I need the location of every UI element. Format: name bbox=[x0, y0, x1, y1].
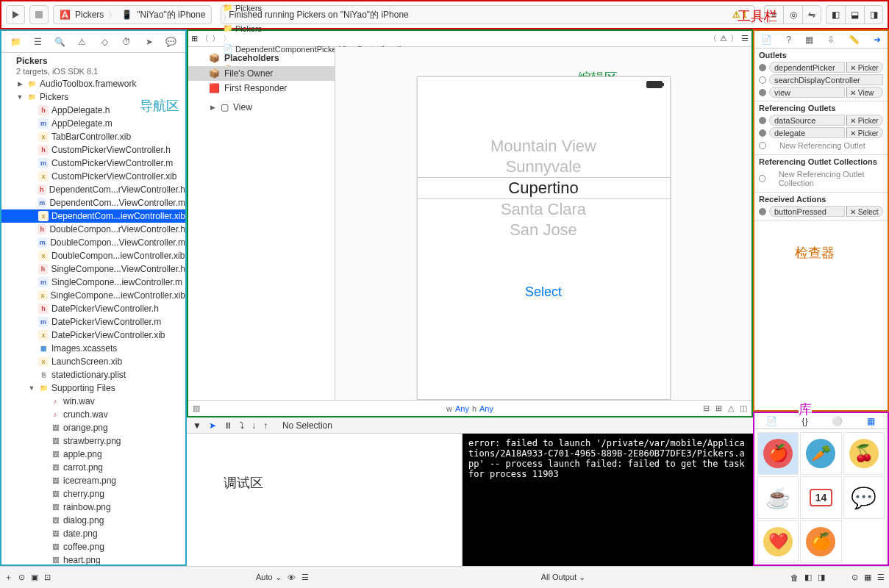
assistant-editor-button[interactable]: ◎ bbox=[783, 5, 802, 24]
test-nav-icon[interactable]: ◇ bbox=[96, 37, 113, 47]
picker-row[interactable]: Sunnyvale bbox=[418, 157, 670, 177]
connection-target[interactable]: ✕ Picker V bbox=[846, 115, 883, 126]
picker-row[interactable]: Santa Clara bbox=[418, 199, 670, 220]
tree-item[interactable]: xDependentCom...iewController.xib bbox=[1, 209, 185, 223]
connection-dot-icon[interactable] bbox=[759, 142, 766, 149]
connection-target[interactable]: ✕ Select Touch U bbox=[846, 206, 883, 217]
resolve-icon[interactable]: △ bbox=[728, 404, 734, 413]
tree-item[interactable]: hSingleCompone...ViewController.h bbox=[1, 262, 185, 276]
toggle-util-button[interactable]: ◨ bbox=[864, 5, 883, 24]
connection-target[interactable]: ✕ View bbox=[846, 87, 883, 98]
new-outlet-row[interactable]: New Referencing Outlet bbox=[759, 139, 883, 152]
lib-list-icon[interactable]: ☰ bbox=[877, 573, 885, 582]
size-insp-icon[interactable]: 📏 bbox=[849, 35, 860, 45]
forward-button[interactable]: 〉 bbox=[212, 33, 220, 44]
picker-row[interactable]: Mountain View bbox=[418, 136, 670, 157]
first-responder-item[interactable]: 🟥First Responder bbox=[188, 81, 335, 96]
outline-toggle-icon[interactable]: ☰ bbox=[741, 34, 749, 43]
disclosure-icon[interactable]: ▼ bbox=[28, 384, 35, 392]
connection-target[interactable]: ✕ Picker V bbox=[846, 62, 883, 73]
continue-icon[interactable]: ⏸ bbox=[224, 420, 232, 431]
object-lib-icon[interactable]: ⚪ bbox=[832, 416, 843, 426]
file-template-icon[interactable]: 📄 bbox=[766, 416, 777, 426]
tree-item[interactable]: 🖼coffee.png bbox=[1, 540, 185, 553]
tree-item[interactable]: 🖼heart.png bbox=[1, 553, 185, 564]
report-nav-icon[interactable]: 💬 bbox=[163, 37, 179, 47]
cherry-asset[interactable]: 🍒 bbox=[843, 432, 885, 475]
outlet-row[interactable]: dependentPicker✕ Picker V bbox=[759, 61, 883, 74]
tree-item[interactable]: mAppDelegate.m bbox=[1, 117, 185, 130]
connection-dot-icon[interactable] bbox=[759, 76, 766, 84]
breakpoint-nav-icon[interactable]: ➤ bbox=[141, 37, 157, 47]
resizing-icon[interactable]: ◫ bbox=[740, 404, 747, 413]
media-lib-icon[interactable]: ▦ bbox=[867, 416, 875, 426]
help-insp-icon[interactable]: ? bbox=[786, 35, 791, 45]
tree-item[interactable]: xSingleCompone...iewController.xib bbox=[1, 289, 185, 302]
tree-item[interactable]: 🖼icecream.png bbox=[1, 474, 185, 487]
device-preview[interactable]: Mountain ViewSunnyvaleCupertinoSanta Cla… bbox=[417, 76, 671, 400]
connection-dot-icon[interactable] bbox=[759, 208, 766, 215]
auto-menu[interactable]: Auto ⌄ bbox=[256, 573, 282, 582]
carrot-asset[interactable]: 🥕 bbox=[800, 432, 841, 475]
tree-item[interactable]: hDatePickerViewController.h bbox=[1, 302, 185, 315]
tree-item[interactable]: 🖼date.png bbox=[1, 527, 185, 540]
outlet-row[interactable]: buttonPressed✕ Select Touch U bbox=[759, 205, 883, 218]
new-outlet-row[interactable]: New Referencing Outlet Collection bbox=[759, 168, 883, 190]
align-icon[interactable]: ⊟ bbox=[703, 404, 710, 413]
run-button[interactable] bbox=[6, 5, 25, 24]
tree-item[interactable]: 🖼strawberry.png bbox=[1, 434, 185, 448]
picker-row[interactable]: San Jose bbox=[418, 220, 670, 240]
recent-icon[interactable]: ▣ bbox=[31, 573, 38, 582]
tree-item[interactable]: ⎘statedictionary.plist bbox=[1, 368, 185, 381]
connection-dot-icon[interactable] bbox=[759, 117, 766, 124]
right-pane-icon[interactable]: ◨ bbox=[818, 573, 825, 582]
tree-item[interactable]: xDatePickerViewController.xib bbox=[1, 329, 185, 342]
outlet-row[interactable]: delegate✕ Picker V bbox=[759, 126, 883, 139]
tree-item[interactable]: xDoubleCompon...iewController.xib bbox=[1, 249, 185, 262]
hide-debug-icon[interactable]: ▼ bbox=[193, 420, 201, 431]
output-menu[interactable]: All Output ⌄ bbox=[541, 573, 585, 582]
left-pane-icon[interactable]: ◧ bbox=[804, 573, 812, 582]
filter-icon[interactable]: ⊙ bbox=[18, 573, 25, 582]
view-item[interactable]: ▶▢View bbox=[188, 100, 335, 115]
tree-item[interactable]: ▼📁Supporting Files bbox=[1, 381, 185, 395]
step-into-icon[interactable]: ↓ bbox=[251, 420, 256, 431]
conn-insp-icon[interactable]: ➜ bbox=[874, 35, 881, 45]
dialog-asset[interactable]: 💬 bbox=[843, 476, 885, 519]
outlet-row[interactable]: searchDisplayController bbox=[759, 74, 883, 86]
files-owner-item[interactable]: 📦File's Owner bbox=[188, 66, 335, 81]
jump-segment[interactable]: 📁Pickers bbox=[223, 24, 404, 33]
connection-dot-icon[interactable] bbox=[759, 175, 765, 182]
tree-item[interactable]: 🖼rainbow.png bbox=[1, 501, 185, 514]
size-class-bar[interactable]: ▥ wAny hAny ⊟ ⊞ △ ◫ bbox=[188, 400, 751, 416]
lib-filter-icon[interactable]: ⊙ bbox=[851, 573, 858, 582]
outlet-row[interactable]: view✕ View bbox=[759, 86, 883, 98]
version-editor-button[interactable]: ⇋ bbox=[802, 5, 821, 24]
tree-item[interactable]: ♪win.wav bbox=[1, 395, 185, 408]
tree-item[interactable]: mDependentCom...ViewController.m bbox=[1, 196, 185, 209]
list-icon[interactable]: ☰ bbox=[301, 573, 309, 582]
add-icon[interactable]: ＋ bbox=[4, 572, 13, 583]
doc-outline-toggle-icon[interactable]: ▥ bbox=[193, 404, 200, 413]
date-asset[interactable]: 14 bbox=[800, 476, 841, 519]
symbol-nav-icon[interactable]: ☰ bbox=[29, 37, 46, 47]
tree-item[interactable]: xTabBarController.xib bbox=[1, 130, 185, 143]
tree-item[interactable]: ▶📁AudioToolbox.framework bbox=[1, 77, 185, 90]
eye-icon[interactable]: 👁 bbox=[288, 573, 296, 582]
jump-segment[interactable]: 📁Pickers bbox=[223, 3, 404, 12]
tree-item[interactable]: ▦Images.xcassets bbox=[1, 342, 185, 355]
tree-item[interactable]: 🖼apple.png bbox=[1, 448, 185, 461]
connection-dot-icon[interactable] bbox=[759, 64, 766, 71]
stop-button[interactable] bbox=[29, 5, 49, 24]
tree-item[interactable]: 🖼orange.png bbox=[1, 421, 185, 434]
step-over-icon[interactable]: ⤵ bbox=[240, 420, 244, 431]
find-nav-icon[interactable]: 🔍 bbox=[52, 37, 68, 47]
tree-item[interactable]: hCustomPickerViewController.h bbox=[1, 143, 185, 157]
attr-insp-icon[interactable]: ⇩ bbox=[827, 35, 835, 45]
apple-asset[interactable]: 🍎 bbox=[757, 432, 799, 475]
identity-insp-icon[interactable]: ▦ bbox=[805, 35, 813, 45]
next-issue-icon[interactable]: 〉 bbox=[730, 33, 738, 44]
project-name[interactable]: Pickers bbox=[1, 54, 185, 67]
tree-item[interactable]: mDoubleCompon...ViewController.m bbox=[1, 236, 185, 249]
tree-item[interactable]: mSingleCompone...iewController.m bbox=[1, 276, 185, 289]
